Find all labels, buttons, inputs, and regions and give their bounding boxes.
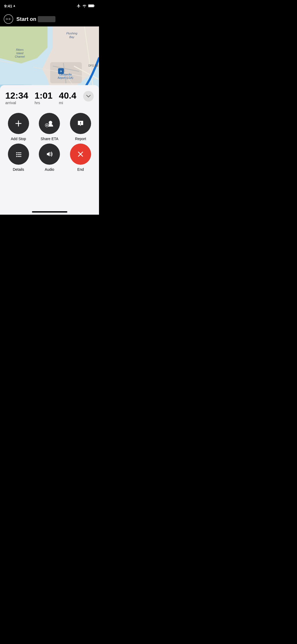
- details-label: Details: [13, 167, 24, 172]
- distance-stat: 40.4 mi: [59, 91, 76, 105]
- nav-title-blurred: [38, 16, 55, 22]
- battery-icon: [88, 4, 95, 7]
- nav-header: Start on: [0, 12, 99, 26]
- svg-text:Flushing: Flushing: [66, 32, 77, 35]
- svg-rect-6: [50, 62, 82, 83]
- home-indicator: [32, 211, 67, 213]
- svg-point-45: [16, 152, 17, 153]
- time-display: 9:41: [4, 4, 12, 8]
- details-action[interactable]: Details: [4, 144, 33, 172]
- audio-button[interactable]: [39, 144, 60, 165]
- svg-text:Channel: Channel: [15, 55, 25, 58]
- trip-info: 12:34 arrival 1:01 hrs 40.4 mi: [0, 85, 99, 108]
- details-icon: [15, 150, 22, 158]
- duration-value: 1:01: [35, 91, 53, 100]
- report-label: Report: [75, 137, 86, 141]
- actions-grid: Add Stop Share ETA: [0, 108, 99, 174]
- wifi-icon: [82, 4, 87, 7]
- duration-label: hrs: [35, 100, 53, 105]
- end-action[interactable]: End: [66, 144, 95, 172]
- svg-rect-2: [88, 5, 94, 7]
- svg-text:LaGuardia: LaGuardia: [59, 73, 72, 76]
- airplane-icon: [77, 4, 81, 8]
- svg-text:Island: Island: [16, 52, 23, 55]
- svg-text:DFG Rd: DFG Rd: [88, 64, 98, 67]
- audio-label: Audio: [45, 167, 54, 172]
- svg-rect-1: [94, 5, 95, 6]
- share-eta-action[interactable]: Share ETA: [35, 113, 64, 141]
- chevron-down-icon: [86, 95, 91, 98]
- end-label: End: [77, 167, 84, 172]
- svg-text:✈: ✈: [60, 70, 62, 73]
- nav-title: Start on: [16, 16, 55, 22]
- svg-point-3: [6, 18, 7, 20]
- svg-point-47: [16, 154, 17, 155]
- status-icons: [77, 4, 95, 8]
- end-button[interactable]: [70, 144, 91, 165]
- status-bar: 9:41: [0, 0, 99, 12]
- add-stop-action[interactable]: Add Stop: [4, 113, 33, 141]
- arrow-right-icon: [6, 17, 11, 21]
- svg-point-39: [49, 121, 52, 124]
- distance-label: mi: [59, 100, 76, 105]
- svg-rect-43: [80, 122, 81, 124]
- end-icon: [77, 150, 84, 158]
- share-eta-button[interactable]: [39, 113, 60, 134]
- share-eta-label: Share ETA: [41, 137, 58, 141]
- audio-action[interactable]: Audio: [35, 144, 64, 172]
- bottom-panel: 12:34 arrival 1:01 hrs 40.4 mi: [0, 85, 99, 215]
- expand-button[interactable]: [83, 91, 94, 102]
- route-start-icon: [4, 14, 13, 24]
- svg-text:Bay: Bay: [69, 35, 75, 39]
- details-button[interactable]: [8, 144, 29, 165]
- svg-point-44: [80, 124, 81, 125]
- arrival-value: 12:34: [5, 91, 28, 100]
- distance-value: 40.4: [59, 91, 76, 100]
- report-action[interactable]: Report: [66, 113, 95, 141]
- report-button[interactable]: [70, 113, 91, 134]
- add-stop-label: Add Stop: [11, 137, 26, 141]
- svg-point-49: [16, 156, 17, 157]
- arrival-stat: 12:34 arrival: [5, 91, 28, 105]
- share-eta-icon: [45, 119, 54, 127]
- location-arrow-icon: [13, 4, 16, 7]
- plus-icon: [15, 120, 22, 127]
- arrival-label: arrival: [5, 100, 28, 105]
- report-icon: [77, 120, 84, 127]
- add-stop-button[interactable]: [8, 113, 29, 134]
- audio-icon: [45, 150, 53, 158]
- status-time: 9:41: [4, 4, 16, 8]
- svg-text:Airport (LGA): Airport (LGA): [58, 76, 73, 79]
- duration-stat: 1:01 hrs: [35, 91, 53, 105]
- svg-text:Rikers: Rikers: [16, 48, 23, 51]
